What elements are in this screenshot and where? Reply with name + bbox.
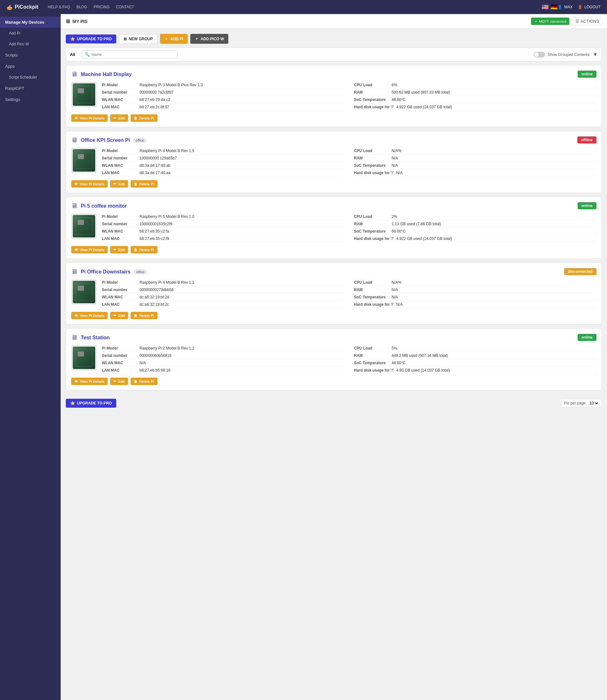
pi-specs-pi5-coffee: Pi Model Raspberry Pi 5 Model B Rev 1.0 … — [102, 214, 596, 242]
brand-logo[interactable]: 🥧 PiCockpit — [6, 4, 38, 10]
per-page-select[interactable]: 10 25 50 — [588, 401, 599, 406]
upgrade-bottom-icon: ⭐ — [70, 401, 75, 405]
search-input[interactable] — [92, 53, 175, 57]
username: MAX — [564, 5, 572, 9]
pi-pcb-pi-office-downstairs — [73, 281, 95, 303]
sidebar-item-add-pi[interactable]: Add Pi — [0, 28, 61, 39]
add-pi-button[interactable]: ＋ ADD PI — [160, 34, 188, 44]
spec-value-ram-machine-hall: 500.62 MB used (907.33 MB total) — [392, 90, 450, 95]
main-toolbar: ⭐ UPGRADE TO PRO ⊞ NEW GROUP ＋ ADD PI ＋ … — [66, 34, 602, 44]
grouped-toggle[interactable] — [533, 52, 545, 58]
spec-value-lan-test-station: b8:27:eb:b5:68:16 — [140, 368, 170, 373]
nav-blog[interactable]: BLOG — [77, 5, 87, 9]
view-pi-button-test-station[interactable]: 👁 View Pi Details — [71, 378, 108, 385]
spec-label-lan: LAN MAC — [102, 171, 137, 175]
edit-pi-button-office-kpi[interactable]: ✏ Edit — [110, 180, 128, 187]
edit-pi-button-test-station[interactable]: ✏ Edit — [110, 378, 128, 385]
sidebar-item-raspigpt[interactable]: RaspiGPT — [0, 83, 61, 94]
delete-pi-button-pi5-coffee[interactable]: 🗑 Delete Pi — [131, 246, 157, 253]
nav-help[interactable]: HELP & FAQ — [48, 5, 70, 9]
sidebar-item-apps[interactable]: Apps — [0, 61, 61, 72]
spec-soc-office-kpi: SoC Temperature N/A — [354, 162, 597, 169]
spec-label-disk: Hard disk usage for '/' — [354, 171, 394, 175]
spec-wlan-pi-office-downstairs: WLAN MAC dc:a6:32:19:bf:2d — [102, 294, 344, 301]
spec-label-ram: RAM — [354, 90, 389, 95]
upgrade-to-pro-button-bottom[interactable]: ⭐ UPGRADE TO PRO — [66, 399, 116, 408]
spec-wlan-office-kpi: WLAN MAC d8:3a:dd:17:40:ab — [102, 162, 344, 169]
spec-label-pi-model: Pi Model — [102, 214, 137, 219]
spec-label-pi-model: Pi Model — [102, 346, 137, 351]
pi-pcb-office-kpi — [73, 149, 95, 172]
nav-pricing[interactable]: PRICING — [93, 5, 109, 9]
filter-icon[interactable]: ▼ — [593, 52, 598, 58]
sidebar-item-add-pico-w[interactable]: Add Pico W — [0, 39, 61, 49]
spec-cpu-test-station: CPU Load 5% — [354, 345, 597, 352]
add-pi-label: ADD PI — [170, 37, 183, 41]
tag-badge: office — [133, 138, 147, 143]
edit-pi-button-pi5-coffee[interactable]: ✏ Edit — [110, 246, 128, 253]
main-content: ⊞ MY PIS ＋ MQTT connected ☰ ACTIONS ⭐ UP… — [61, 14, 607, 700]
delete-pi-button-pi-office-downstairs[interactable]: 🗑 Delete Pi — [131, 312, 157, 319]
add-pi-icon: ＋ — [164, 36, 168, 42]
flag-de[interactable]: 🇩🇪 — [550, 3, 558, 11]
trash-icon: 🗑 — [134, 182, 137, 186]
add-pico-button[interactable]: ＋ ADD PICO W — [190, 34, 228, 44]
actions-button[interactable]: ☰ ACTIONS — [572, 17, 602, 25]
per-page-control[interactable]: Pis per page 10 25 50 — [561, 399, 602, 407]
flag-us[interactable]: 🇺🇸 — [542, 3, 548, 11]
pi-specs-machine-hall: Pi Model Raspberry Pi 3 Model B Plus Rev… — [102, 82, 596, 111]
pi-card-title-machine-hall[interactable]: Machine Hall Display — [81, 72, 131, 77]
spec-value-disk-test-station: 4.93 GB used (14.037 GB total) — [396, 368, 450, 373]
view-pi-button-pi-office-downstairs[interactable]: 👁 View Pi Details — [71, 312, 108, 319]
nav-contact[interactable]: CONTACT — [116, 5, 134, 9]
user-icon: 👤 — [558, 5, 562, 9]
spec-serial-pi5-coffee: Serial number 100000001635c2f9 — [102, 221, 344, 227]
view-pi-button-pi5-coffee[interactable]: 👁 View Pi Details — [71, 246, 108, 253]
view-pi-button-machine-hall[interactable]: 👁 View Pi Details — [71, 114, 108, 122]
spec-label-cpu: CPU Load — [354, 148, 389, 153]
spec-label-soc: SoC Temperature — [354, 361, 389, 365]
spec-value-serial-office-kpi: 100000000 129a65b7 — [140, 156, 177, 160]
logo-icon: 🥧 — [6, 4, 13, 10]
new-group-button[interactable]: ⊞ NEW GROUP — [119, 34, 158, 44]
sidebar-item-manage-devices[interactable]: Manage My Devices — [0, 17, 61, 28]
sidebar-item-settings[interactable]: Settings — [0, 94, 61, 105]
pi-card-test-station: 🖥 Test Station online Pi Model Raspberry… — [66, 328, 602, 391]
pi-card-title-pi-office-downstairs[interactable]: Pi Office Downstairs — [81, 269, 131, 275]
edit-pi-button-machine-hall[interactable]: ✏ Edit — [110, 114, 128, 122]
search-box[interactable]: 🔍 — [82, 51, 177, 58]
spec-value-soc-office-kpi: N/A — [392, 163, 398, 168]
spec-ram-test-station: RAM 449.2 MB used (907.34 MB total) — [354, 353, 597, 359]
edit-pi-button-pi-office-downstairs[interactable]: ✏ Edit — [110, 312, 128, 319]
logout-icon: 🚪 — [578, 5, 582, 9]
view-pi-button-office-kpi[interactable]: 👁 View Pi Details — [71, 180, 108, 187]
pi-card-body-machine-hall: Pi Model Raspberry Pi 3 Model B Plus Rev… — [71, 82, 596, 111]
spec-disk-pi-office-downstairs: Hard disk usage for '/' N/A — [354, 301, 597, 308]
user-menu[interactable]: 👤 MAX — [558, 5, 572, 9]
logout-button[interactable]: 🚪 LOGOUT — [578, 5, 601, 9]
spec-label-pi-model: Pi Model — [102, 280, 137, 285]
pi-card-title-office-kpi[interactable]: Office KPI Screen Pi — [81, 137, 130, 143]
spec-ram-pi-office-downstairs: RAM N/A — [354, 286, 597, 293]
spec-label-wlan: WLAN MAC — [102, 361, 137, 365]
delete-pi-button-test-station[interactable]: 🗑 Delete Pi — [131, 378, 157, 385]
upgrade-icon: ⭐ — [70, 37, 75, 41]
pi-card-title-test-station[interactable]: Test Station — [81, 335, 109, 341]
spec-ram-office-kpi: RAM N/A — [354, 155, 597, 162]
delete-pi-button-machine-hall[interactable]: 🗑 Delete Pi — [131, 114, 157, 122]
spec-disk-test-station: Hard disk usage for '/' 4.93 GB used (14… — [354, 367, 597, 374]
upgrade-to-pro-button-top[interactable]: ⭐ UPGRADE TO PRO — [66, 35, 116, 43]
sidebar-label-apps: Apps — [5, 64, 15, 69]
delete-pi-button-office-kpi[interactable]: 🗑 Delete Pi — [131, 180, 157, 187]
spec-label-serial: Serial number — [102, 222, 137, 226]
per-page-label: Pis per page — [564, 401, 586, 405]
sidebar-item-scripts[interactable]: Scripts — [0, 49, 61, 61]
spec-label-ram: RAM — [354, 353, 389, 358]
sidebar-item-script-scheduler[interactable]: Script Scheduler — [0, 72, 61, 83]
search-icon: 🔍 — [85, 52, 90, 57]
filter-row: All 🔍 Show Grouped Contents ▼ — [66, 47, 602, 61]
pi-card-title-pi5-coffee[interactable]: Pi 5 coffee monitor — [81, 203, 127, 209]
pi-image-pi5-coffee — [71, 214, 97, 239]
spec-value-soc-test-station: 46.00°C — [392, 361, 406, 365]
spec-value-pi-model-machine-hall: Raspberry Pi 3 Model B Plus Rev 1.3 — [140, 83, 203, 87]
